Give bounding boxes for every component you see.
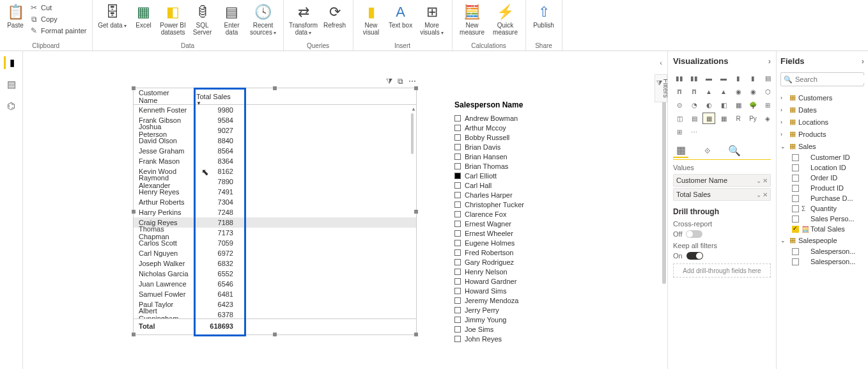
slicer-item[interactable]: Christopher Tucker xyxy=(454,200,582,209)
table-node[interactable]: ›▦Products xyxy=(780,128,864,140)
chevron-right-icon[interactable]: › xyxy=(768,56,771,66)
viz-type-icon[interactable]: ▮▮ xyxy=(688,72,701,84)
fields-tab-icon[interactable]: ▦ xyxy=(673,143,688,158)
report-view-icon[interactable]: ▮ xyxy=(4,56,17,69)
viz-type-icon[interactable]: ▮ xyxy=(747,72,759,84)
analytics-tab-icon[interactable]: 🔍 xyxy=(727,143,742,158)
slicer-item[interactable]: Jeremy Mendoza xyxy=(454,295,582,305)
field-node[interactable]: Product ID xyxy=(780,183,864,193)
cut-button[interactable]: ✂Cut xyxy=(28,3,88,13)
resize-handle[interactable] xyxy=(132,210,136,214)
field-checkbox[interactable] xyxy=(792,248,799,255)
viz-type-icon[interactable]: ◐ xyxy=(702,99,715,111)
slicer-item[interactable]: Brian Davis xyxy=(454,142,582,152)
viz-type-icon[interactable]: ▦ xyxy=(717,113,730,124)
chevron-right-icon[interactable]: › xyxy=(862,56,864,66)
slicer-item[interactable]: Arthur Mccoy xyxy=(454,123,582,132)
cross-report-toggle[interactable] xyxy=(686,230,702,238)
viz-type-icon[interactable]: ▤ xyxy=(688,113,701,124)
viz-type-icon[interactable]: Py xyxy=(747,113,759,124)
slicer-item[interactable]: Brian Thomas xyxy=(454,161,582,171)
table-row[interactable]: Jesse Graham8564 xyxy=(134,146,416,156)
resize-handle[interactable] xyxy=(273,333,277,336)
column-header-customer[interactable]: Customer Name xyxy=(134,86,191,107)
field-checkbox[interactable] xyxy=(792,195,799,202)
table-row[interactable]: Carl Nguyen6972 xyxy=(134,248,416,258)
chevron-down-icon[interactable]: ⌄ xyxy=(756,177,761,184)
viz-type-icon[interactable]: ⊞ xyxy=(761,99,774,111)
field-node[interactable]: 🧮Total Sales xyxy=(780,224,864,234)
checkbox-icon[interactable] xyxy=(454,144,461,150)
column-header-total-sales[interactable]: Total Sales▼ xyxy=(191,90,240,103)
slicer-item[interactable]: Howard Gardner xyxy=(454,276,582,286)
field-checkbox[interactable] xyxy=(792,185,799,192)
paste-button[interactable]: 📋 Paste xyxy=(4,1,27,30)
remove-icon[interactable]: ✕ xyxy=(763,191,768,198)
resize-handle[interactable] xyxy=(132,86,136,90)
checkbox-icon[interactable] xyxy=(454,317,461,323)
table-row[interactable]: Samuel Fowler6481 xyxy=(134,289,416,299)
field-checkbox[interactable] xyxy=(792,258,799,265)
table-node[interactable]: ›▦Customers xyxy=(780,91,864,104)
slicer-item[interactable]: Clarence Fox xyxy=(454,209,582,219)
slicer-item[interactable]: Charles Harper xyxy=(454,190,582,200)
viz-type-icon[interactable]: ▦ xyxy=(732,99,745,111)
viz-type-icon[interactable]: ▤ xyxy=(761,72,774,84)
fields-search[interactable]: 🔍 xyxy=(780,72,864,86)
viz-type-icon[interactable]: R xyxy=(732,113,745,124)
table-row[interactable]: Nicholas Garcia6552 xyxy=(134,269,416,279)
resize-handle[interactable] xyxy=(414,333,418,336)
copy-button[interactable]: ⧉Copy xyxy=(28,14,88,24)
resize-handle[interactable] xyxy=(414,86,418,90)
resize-handle[interactable] xyxy=(132,333,136,336)
viz-type-icon[interactable]: ◉ xyxy=(747,86,759,97)
slicer-item[interactable]: John Reyes xyxy=(454,334,582,343)
viz-type-icon[interactable]: ▦ xyxy=(702,113,715,124)
viz-type-icon[interactable]: ⋯ xyxy=(688,126,701,137)
resize-handle[interactable] xyxy=(273,86,277,90)
checkbox-icon[interactable] xyxy=(454,201,461,208)
checkbox-icon[interactable] xyxy=(454,153,461,160)
table-row[interactable]: Thomas Chapman7173 xyxy=(134,228,416,238)
keep-filters-toggle[interactable] xyxy=(686,252,703,260)
scrollbar[interactable]: ▲ xyxy=(411,106,415,319)
slicer-item[interactable]: Henry Nelson xyxy=(454,267,582,276)
field-checkbox[interactable] xyxy=(792,205,799,212)
get-data-button[interactable]: 🗄Get data ▾ xyxy=(97,1,128,31)
checkbox-icon[interactable] xyxy=(454,134,461,141)
field-node[interactable]: Location ID xyxy=(780,162,864,173)
checkbox-icon[interactable] xyxy=(454,221,461,227)
checkbox-icon[interactable] xyxy=(454,192,461,198)
table-row[interactable]: David Olson8840 xyxy=(134,136,416,146)
viz-type-icon[interactable]: ◔ xyxy=(688,99,701,111)
format-tab-icon[interactable]: ⟐ xyxy=(700,143,715,158)
table-row[interactable]: Raymond Alexander7890 xyxy=(134,177,416,187)
more-visuals-button[interactable]: ⊞More visuals ▾ xyxy=(416,1,448,38)
slicer-item[interactable]: Eugene Holmes xyxy=(454,238,582,247)
slicer-item[interactable]: Bobby Russell xyxy=(454,132,582,142)
viz-type-icon[interactable]: ▲ xyxy=(702,86,715,97)
field-well-total-sales[interactable]: Total Sales⌄✕ xyxy=(673,188,771,201)
field-node[interactable]: Salesperson... xyxy=(780,246,864,256)
field-node[interactable]: Sales Perso... xyxy=(780,214,864,224)
field-node[interactable]: Purchase D... xyxy=(780,193,864,203)
table-node[interactable]: ⌄▦Sales xyxy=(780,140,864,152)
sql-button[interactable]: 🛢SQL Server xyxy=(189,1,217,37)
table-row[interactable]: Kenneth Foster9980 xyxy=(134,105,416,115)
checkbox-icon[interactable] xyxy=(454,211,461,217)
checkbox-icon[interactable] xyxy=(454,230,461,237)
checkbox-icon[interactable] xyxy=(454,115,461,122)
slicer-item[interactable]: Andrew Bowman xyxy=(454,113,582,123)
table-node[interactable]: ›▦Locations xyxy=(780,116,864,128)
field-node[interactable]: ΣQuantity xyxy=(780,203,864,214)
filters-pane-tab[interactable]: ⧩Filters xyxy=(655,74,667,102)
field-node[interactable]: Salesperson... xyxy=(780,256,864,267)
table-node[interactable]: ›▦Dates xyxy=(780,104,864,116)
slicer-item[interactable]: Joe Sims xyxy=(454,324,582,334)
checkbox-icon[interactable] xyxy=(454,288,461,294)
field-checkbox[interactable] xyxy=(792,216,799,223)
viz-type-icon[interactable]: ◉ xyxy=(732,86,745,97)
new-visual-button[interactable]: ▮New visual xyxy=(357,1,385,37)
viz-type-icon[interactable]: ▮▮ xyxy=(673,72,686,84)
table-row[interactable]: Joshua Peterson9027 xyxy=(134,125,416,136)
